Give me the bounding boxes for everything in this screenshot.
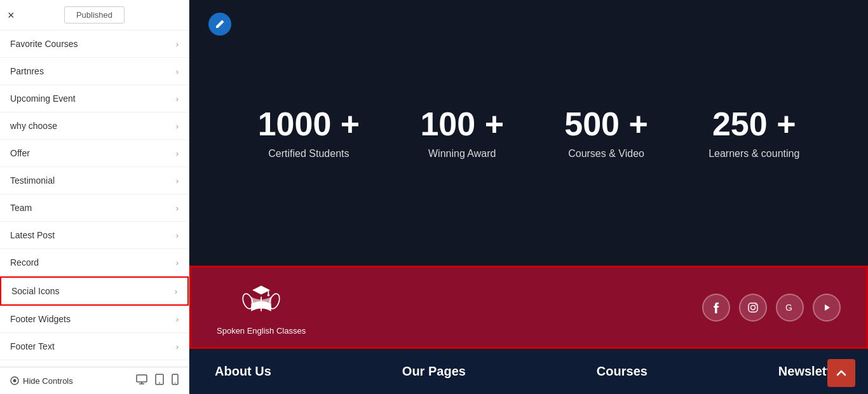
stat-item: 500 +Courses & Video [564, 106, 648, 159]
google-social-button[interactable]: G [776, 294, 804, 322]
stat-item: 1000 +Certified Students [258, 106, 360, 159]
stat-number: 250 + [709, 106, 799, 142]
sidebar-item-label: Social Icons [11, 286, 59, 296]
sidebar-item-upcoming-event[interactable]: Upcoming Event› [0, 85, 189, 112]
sidebar-item-partners[interactable]: Partnres› [0, 58, 189, 85]
footer-column-our-pages: Our Pages [402, 364, 466, 379]
chevron-right-icon: › [176, 231, 179, 240]
footer-bar: Spoken English Classes G [189, 266, 868, 349]
sidebar-item-label: Footer Text [10, 341, 55, 351]
logo-icon [239, 279, 283, 323]
footer-col-title: Our Pages [402, 364, 466, 378]
sidebar-item-label: Record [10, 257, 39, 268]
sidebar-item-offer[interactable]: Offer› [0, 140, 189, 167]
social-icons-row: G [702, 294, 841, 322]
footer-icons [136, 374, 179, 388]
sidebar-item-record[interactable]: Record› [0, 249, 189, 276]
footer-col-title: About Us [215, 364, 271, 378]
svg-marker-12 [252, 286, 270, 295]
sidebar-item-label: Team [10, 203, 32, 213]
sidebar-item-label: Footer Widgets [10, 314, 71, 324]
sidebar-item-label: Offer [10, 148, 30, 158]
sidebar-scroll: Favorite Courses›Partnres›Upcoming Event… [0, 31, 189, 367]
sidebar-item-team[interactable]: Team› [0, 194, 189, 222]
stat-label: Certified Students [258, 148, 360, 160]
chevron-right-icon: › [176, 67, 179, 76]
mobile-icon[interactable] [172, 374, 179, 388]
chevron-right-icon: › [176, 94, 179, 104]
svg-rect-11 [261, 297, 262, 311]
sidebar-item-footer-text[interactable]: Footer Text› [0, 333, 189, 360]
stat-item: 250 +Learners & counting [709, 106, 799, 159]
sidebar-header: × Published [0, 0, 189, 31]
footer-column-about-us: About Us [215, 364, 271, 379]
sidebar-item-label: Partnres [10, 66, 44, 76]
stat-number: 1000 + [258, 106, 360, 142]
sidebar-item-favorite-courses[interactable]: Favorite Courses› [0, 31, 189, 58]
sidebar-item-label: Favorite Courses [10, 39, 78, 49]
scroll-top-button[interactable] [827, 359, 855, 387]
chevron-right-icon: › [176, 203, 179, 213]
svg-rect-13 [268, 290, 269, 295]
svg-marker-19 [825, 304, 830, 311]
hide-controls-label: Hide Controls [23, 376, 73, 386]
hide-controls-button[interactable]: Hide Controls [10, 376, 73, 386]
stats-section: 1000 +Certified Students100 +Winning Awa… [189, 0, 868, 266]
tablet-icon[interactable] [155, 374, 164, 388]
edit-pencil-button[interactable] [208, 13, 231, 36]
chevron-right-icon: › [176, 315, 179, 324]
svg-point-1 [13, 379, 17, 383]
brand-name: Spoken English Classes [217, 326, 306, 336]
chevron-right-icon: › [176, 149, 179, 158]
main-content: 1000 +Certified Students100 +Winning Awa… [189, 0, 868, 394]
sidebar-item-latest-post[interactable]: Latest Post› [0, 222, 189, 249]
published-button[interactable]: Published [64, 6, 125, 24]
sidebar-item-why-choose[interactable]: why choose› [0, 112, 189, 140]
svg-point-17 [756, 304, 757, 305]
chevron-right-icon: › [176, 39, 179, 49]
chevron-right-icon: › [176, 258, 179, 268]
sidebar: × Published Favorite Courses›Partnres›Up… [0, 0, 189, 394]
stat-label: Learners & counting [709, 148, 799, 160]
stat-number: 100 + [420, 106, 504, 142]
svg-point-8 [175, 383, 176, 384]
close-button[interactable]: × [8, 8, 15, 22]
sidebar-item-label: Testimonial [10, 175, 55, 186]
stat-label: Winning Award [420, 148, 504, 160]
chevron-right-icon: › [176, 342, 179, 351]
footer-columns: About UsOur PagesCoursesNewsletter [189, 349, 868, 394]
svg-point-14 [268, 294, 270, 297]
footer-column-courses: Courses [597, 364, 648, 379]
chevron-right-icon: › [176, 176, 179, 186]
sidebar-item-social-icons[interactable]: Social Icons› [0, 276, 189, 306]
sidebar-footer: Hide Controls [0, 367, 189, 394]
desktop-icon[interactable] [136, 374, 147, 388]
sidebar-item-label: Upcoming Event [10, 93, 76, 104]
sidebar-item-label: why choose [10, 121, 57, 131]
sidebar-item-label: Latest Post [10, 230, 55, 240]
stat-item: 100 +Winning Award [420, 106, 504, 159]
sidebar-item-contact[interactable]: Contact› [0, 360, 189, 367]
chevron-right-icon: › [175, 287, 177, 296]
facebook-social-button[interactable] [702, 294, 730, 322]
sidebar-item-footer-widgets[interactable]: Footer Widgets› [0, 306, 189, 333]
stat-number: 500 + [564, 106, 648, 142]
youtube-social-button[interactable] [813, 294, 841, 322]
svg-point-6 [159, 383, 160, 384]
footer-col-title: Courses [597, 364, 648, 378]
instagram-social-button[interactable] [739, 294, 767, 322]
stat-label: Courses & Video [564, 148, 648, 160]
svg-point-16 [751, 305, 756, 309]
svg-text:G: G [785, 302, 792, 313]
sidebar-item-testimonial[interactable]: Testimonial› [0, 167, 189, 194]
svg-rect-2 [137, 375, 147, 382]
chevron-right-icon: › [176, 121, 179, 131]
brand-logo: Spoken English Classes [217, 279, 306, 336]
eye-icon [10, 376, 19, 385]
